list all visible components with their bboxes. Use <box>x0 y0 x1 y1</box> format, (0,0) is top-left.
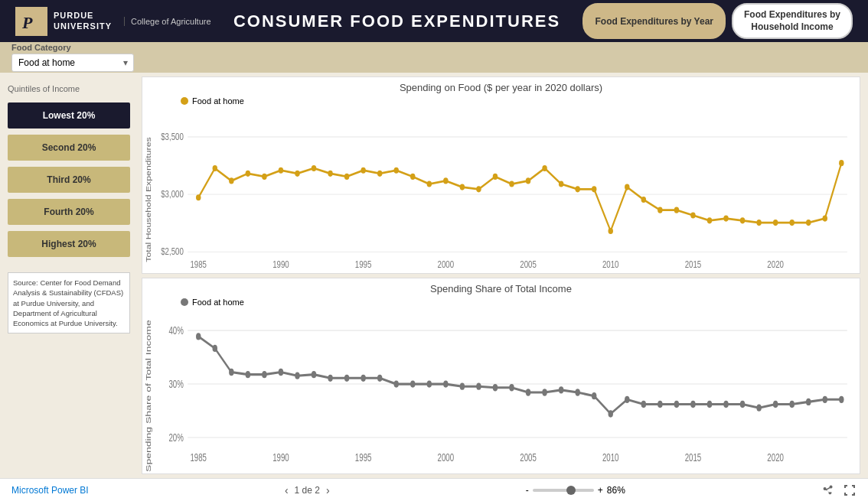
svg-point-28 <box>377 171 382 177</box>
svg-point-37 <box>526 177 530 184</box>
svg-text:1995: 1995 <box>355 451 372 464</box>
zoom-level: 86% <box>607 485 625 496</box>
page-prev-arrow[interactable]: ‹ <box>285 484 289 496</box>
quintile-btn-highest[interactable]: Highest 20% <box>8 231 130 257</box>
svg-point-73 <box>213 344 217 351</box>
svg-point-18 <box>213 165 217 171</box>
svg-point-22 <box>279 168 283 174</box>
nav-btn-income[interactable]: Food Expenditures by Household Income <box>732 3 853 39</box>
nav-buttons: Food Expenditures by Year Food Expenditu… <box>582 3 853 39</box>
svg-point-103 <box>707 400 712 407</box>
svg-point-111 <box>839 395 844 402</box>
svg-point-46 <box>674 207 679 213</box>
svg-point-17 <box>196 194 201 200</box>
svg-point-51 <box>756 220 761 226</box>
svg-point-41 <box>592 186 596 192</box>
fullscreen-icon[interactable] <box>843 483 857 497</box>
svg-point-26 <box>344 174 349 180</box>
logo-icon: P <box>15 7 47 36</box>
pagination: ‹ 1 de 2 › <box>285 484 330 496</box>
bottom-icons <box>821 483 857 497</box>
quintile-btn-fourth[interactable]: Fourth 20% <box>8 199 130 225</box>
svg-point-106 <box>756 404 761 411</box>
svg-point-44 <box>641 197 646 203</box>
svg-point-84 <box>393 380 398 387</box>
svg-point-50 <box>740 217 745 223</box>
filter-select-wrapper[interactable]: Food at home Food away from home Total f… <box>11 54 134 72</box>
svg-point-95 <box>575 389 579 395</box>
nav-btn-year[interactable]: Food Expenditures by Year <box>582 3 726 39</box>
svg-point-88 <box>460 382 465 389</box>
chart2-container: Spending Share of Total Income Food at h… <box>142 278 860 475</box>
zoom-plus-icon[interactable]: + <box>598 485 603 496</box>
svg-point-24 <box>312 165 316 171</box>
purdue-logo: P PURDUE UNIVERSITY College of Agricultu… <box>15 7 211 36</box>
svg-point-109 <box>806 398 811 405</box>
svg-point-21 <box>262 174 266 180</box>
share-icon[interactable] <box>821 483 835 497</box>
svg-text:2005: 2005 <box>520 451 537 464</box>
svg-text:20%: 20% <box>168 431 184 443</box>
svg-point-104 <box>723 400 728 407</box>
chart2-inner: Spending Share of Total Income 40% 30% 2… <box>142 307 860 475</box>
svg-text:2015: 2015 <box>685 259 702 269</box>
svg-point-83 <box>377 374 382 381</box>
filter-group: Food Category Food at home Food away fro… <box>11 43 134 72</box>
svg-point-100 <box>658 400 662 407</box>
svg-point-52 <box>773 220 778 226</box>
svg-text:2000: 2000 <box>438 259 455 269</box>
quintile-btn-second[interactable]: Second 20% <box>8 135 130 161</box>
svg-point-98 <box>625 395 629 402</box>
svg-point-33 <box>460 184 465 190</box>
svg-point-40 <box>575 186 579 192</box>
sub-header: Food Category Food at home Food away fro… <box>0 42 868 73</box>
svg-point-97 <box>609 410 613 417</box>
svg-point-101 <box>674 400 679 407</box>
svg-point-110 <box>823 395 827 402</box>
svg-point-93 <box>542 389 547 395</box>
svg-point-105 <box>740 400 745 407</box>
chart1-svg: Total Household Expenditures $3,500 $3,0… <box>142 106 860 274</box>
svg-text:P: P <box>21 13 33 32</box>
svg-point-55 <box>823 216 827 222</box>
chart1-title: Spending on Food ($ per year in 2020 dol… <box>142 77 860 95</box>
svg-text:$3,000: $3,000 <box>161 189 184 199</box>
chart2-legend: Food at home <box>142 296 860 307</box>
svg-text:2010: 2010 <box>602 259 619 269</box>
zoom-minus-icon[interactable]: - <box>526 485 529 496</box>
sidebar: Quintiles of Income Lowest 20% Second 20… <box>0 73 138 478</box>
svg-point-39 <box>559 181 563 187</box>
svg-point-29 <box>393 168 398 174</box>
zoom-slider[interactable] <box>533 489 594 492</box>
svg-point-45 <box>658 207 662 213</box>
logo-area: P PURDUE UNIVERSITY College of Agricultu… <box>15 7 211 36</box>
chart1-legend: Food at home <box>142 95 860 106</box>
svg-text:2015: 2015 <box>685 451 702 464</box>
quintile-btn-third[interactable]: Third 20% <box>8 167 130 193</box>
svg-point-99 <box>641 400 646 407</box>
svg-text:2010: 2010 <box>602 451 619 464</box>
svg-text:1990: 1990 <box>272 451 289 464</box>
svg-point-36 <box>509 181 514 187</box>
svg-point-23 <box>295 171 299 177</box>
college-name: College of Agriculture <box>124 17 211 26</box>
svg-point-94 <box>559 386 563 393</box>
powerbi-link[interactable]: Microsoft Power BI <box>11 485 89 496</box>
svg-text:40%: 40% <box>168 324 184 336</box>
chart2-legend-label: Food at home <box>192 298 244 307</box>
svg-point-53 <box>789 220 794 226</box>
svg-point-82 <box>361 374 365 381</box>
page-info: 1 de 2 <box>295 485 320 496</box>
svg-point-85 <box>410 380 415 387</box>
food-category-select[interactable]: Food at home Food away from home Total f… <box>11 54 134 72</box>
svg-point-27 <box>361 168 365 174</box>
svg-point-107 <box>773 400 778 407</box>
quintile-btn-lowest[interactable]: Lowest 20% <box>8 102 130 129</box>
page-next-arrow[interactable]: › <box>326 484 330 496</box>
svg-point-19 <box>229 177 233 184</box>
svg-point-90 <box>493 384 498 391</box>
svg-point-77 <box>279 368 283 375</box>
svg-point-91 <box>509 384 514 391</box>
svg-point-89 <box>476 382 481 389</box>
svg-point-56 <box>839 160 844 166</box>
